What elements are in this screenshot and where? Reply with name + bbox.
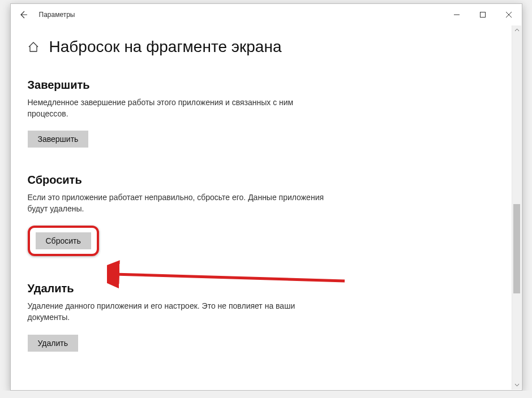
uninstall-section: Удалить Удаление данного приложения и ег… bbox=[28, 282, 373, 351]
reset-title: Сбросить bbox=[28, 174, 373, 187]
titlebar: Параметры bbox=[11, 4, 522, 25]
maximize-button[interactable] bbox=[470, 4, 496, 25]
terminate-desc: Немедленное завершение работы этого прил… bbox=[28, 97, 333, 119]
svg-rect-0 bbox=[480, 12, 485, 18]
content-area: Набросок на фрагменте экрана Завершить Н… bbox=[11, 25, 522, 390]
uninstall-title: Удалить bbox=[28, 282, 373, 295]
scrollbar-track[interactable] bbox=[512, 35, 521, 380]
home-icon-svg bbox=[28, 41, 39, 53]
minimize-icon bbox=[454, 12, 460, 18]
reset-desc: Если это приложение работает неправильно… bbox=[28, 192, 333, 214]
arrow-left-icon bbox=[19, 10, 28, 19]
home-icon[interactable] bbox=[28, 41, 39, 53]
scrollbar-thumb[interactable] bbox=[513, 204, 520, 294]
window-controls bbox=[444, 4, 522, 25]
window-title: Параметры bbox=[39, 11, 75, 19]
terminate-title: Завершить bbox=[28, 79, 373, 92]
scrollbar-up-button[interactable] bbox=[512, 25, 522, 35]
close-icon bbox=[506, 12, 512, 18]
reset-button[interactable]: Сбросить bbox=[36, 232, 91, 249]
vertical-scrollbar[interactable] bbox=[512, 25, 521, 390]
page-header: Набросок на фрагменте экрана bbox=[28, 38, 373, 56]
chevron-up-icon bbox=[514, 28, 520, 33]
minimize-button[interactable] bbox=[444, 4, 470, 25]
back-button[interactable] bbox=[11, 4, 36, 25]
page-title: Набросок на фрагменте экрана bbox=[49, 38, 282, 56]
uninstall-desc: Удаление данного приложения и его настро… bbox=[28, 301, 333, 323]
maximize-icon bbox=[480, 12, 486, 18]
terminate-section: Завершить Немедленное завершение работы … bbox=[28, 79, 373, 148]
uninstall-button[interactable]: Удалить bbox=[28, 335, 78, 352]
close-button[interactable] bbox=[496, 4, 522, 25]
terminate-button[interactable]: Завершить bbox=[28, 131, 89, 148]
scrollbar-down-button[interactable] bbox=[512, 380, 522, 390]
chevron-down-icon bbox=[514, 382, 520, 387]
reset-section: Сбросить Если это приложение работает не… bbox=[28, 174, 373, 256]
settings-window: Параметры Набросок на фрагменте экрана bbox=[10, 3, 522, 391]
reset-highlight: Сбросить bbox=[28, 226, 99, 256]
